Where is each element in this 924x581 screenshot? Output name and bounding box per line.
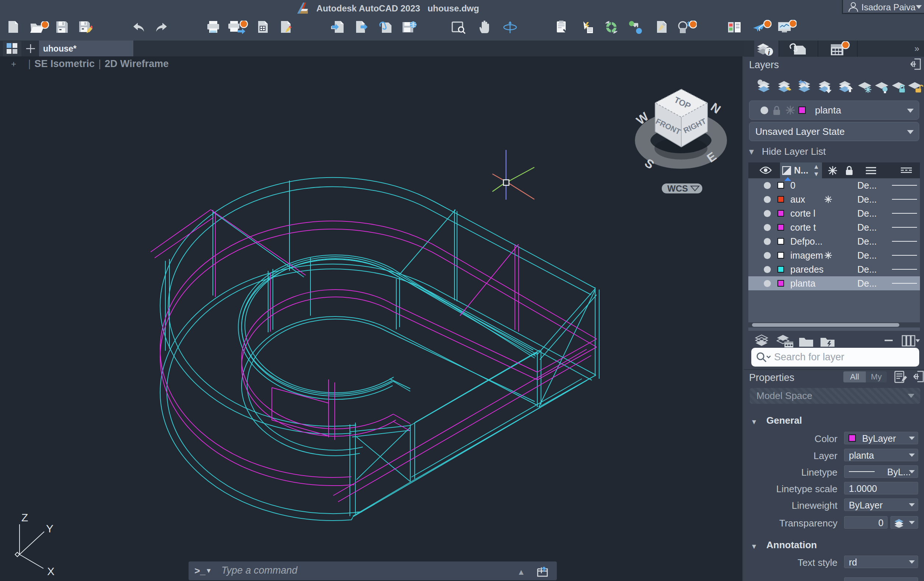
svg-text:X: X	[47, 565, 54, 577]
svg-text:WCS: WCS	[667, 183, 688, 193]
svg-text:N: N	[708, 100, 723, 116]
svg-text:i: i	[768, 48, 770, 56]
svg-text:Y: Y	[46, 522, 53, 535]
svg-text:Z: Z	[21, 512, 28, 523]
